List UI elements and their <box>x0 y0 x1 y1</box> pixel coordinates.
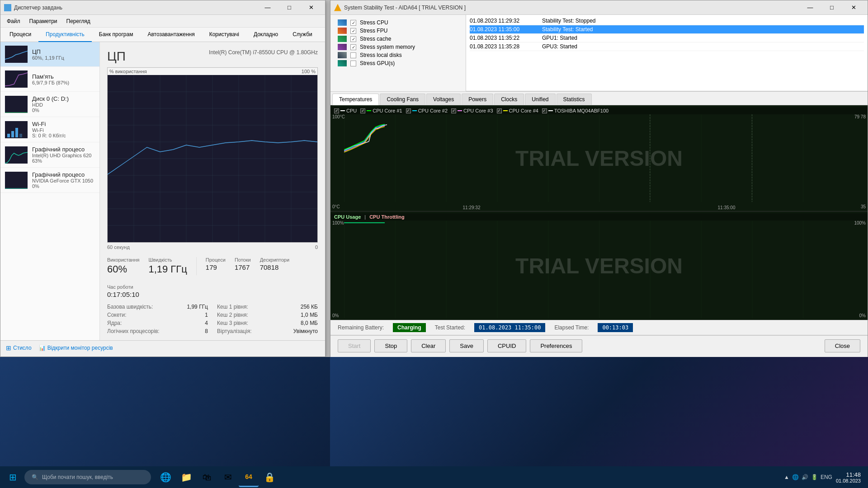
stress-gpu-checkbox[interactable] <box>350 61 356 66</box>
tab-startup[interactable]: Автозавантаження <box>140 28 202 42</box>
log-row-0[interactable]: 01.08.2023 11:29:32 Stability Test: Stop… <box>470 17 864 25</box>
sidebar-item-disk[interactable]: Диск 0 (C: D:) HDD 0% <box>0 92 99 117</box>
stat-uptime-value: 0:17:05:10 <box>107 291 139 298</box>
taskmanager-tabs: Процеси Продуктивність Банк програм Авто… <box>0 28 325 42</box>
legend-core4-checkbox[interactable] <box>497 108 502 113</box>
open-monitor-button[interactable]: 📊 Відкрити монітор ресурсів <box>39 345 113 351</box>
detail-sockets-val: 1 <box>205 312 208 318</box>
taskbar-app-edge[interactable]: 🌐 <box>156 467 175 487</box>
log-date-2: 01.08.2023 11:35:22 <box>470 35 542 41</box>
sidebar-item-memory[interactable]: Пам'ять 6,9/7,9 ГБ (87%) <box>0 67 99 92</box>
log-row-2[interactable]: 01.08.2023 11:35:22 GPU1: Started <box>470 34 864 42</box>
tab-details[interactable]: Докладно <box>246 28 285 42</box>
aida-close-button[interactable]: ✕ <box>843 1 864 14</box>
taskbar-app-store[interactable]: 🛍 <box>197 467 217 487</box>
legend-core2-checkbox[interactable] <box>406 108 411 113</box>
sidebar-thumb-memory <box>5 70 28 88</box>
legend-core3-checkbox[interactable] <box>451 108 456 113</box>
taskbar-app-mail[interactable]: ✉ <box>218 467 238 487</box>
stat-processes-label: Процеси <box>206 257 226 263</box>
save-button[interactable]: Save <box>449 339 484 352</box>
svg-rect-9 <box>5 172 28 189</box>
stress-cpu-checkbox[interactable] <box>350 20 356 26</box>
tab-apphistory[interactable]: Банк програм <box>92 28 141 42</box>
taskbar-app-unknown[interactable]: 🔒 <box>259 467 279 487</box>
stress-fpu-row: Stress FPU <box>338 27 458 35</box>
stat-usage-value: 60% <box>107 263 139 275</box>
log-row-1[interactable]: 01.08.2023 11:35:00 Stability Test: Star… <box>470 25 864 34</box>
log-date-0: 01.08.2023 11:29:32 <box>470 18 542 24</box>
legend-core1-checkbox[interactable] <box>360 108 365 113</box>
taskbar-search[interactable]: 🔍 Щоби почати пошук, введіть <box>24 470 151 484</box>
menu-view[interactable]: Перегляд <box>62 16 95 26</box>
sidebar-item-cpu[interactable]: ЦП 60%, 1,19 ГГц <box>0 42 99 67</box>
aida-tab-temperatures[interactable]: Temperatures <box>332 94 379 105</box>
aida-tab-voltages[interactable]: Voltages <box>426 94 461 105</box>
preferences-button[interactable]: Preferences <box>530 339 582 352</box>
usage-chart-separator: | <box>364 214 366 220</box>
taskmanager-close-button[interactable]: ✕ <box>301 1 321 14</box>
search-placeholder: Щоби почати пошук, введіть <box>42 474 113 480</box>
menu-params[interactable]: Параметри <box>25 16 62 26</box>
tab-services[interactable]: Служби <box>285 28 320 42</box>
taskbar-app-aida[interactable]: 64 <box>239 467 259 487</box>
aida-tab-coolingfans[interactable]: Cooling Fans <box>380 94 425 105</box>
taskmanager-window-controls: — □ ✕ <box>257 1 321 14</box>
tab-processes[interactable]: Процеси <box>2 28 38 42</box>
stress-gpu-icon <box>338 60 347 66</box>
detail-cache1: Кеш 1 рівня: 256 КБ <box>217 304 318 310</box>
start-button[interactable]: ⊞ <box>2 466 24 488</box>
stress-cpu-icon <box>338 19 347 26</box>
tab-performance[interactable]: Продуктивність <box>38 28 92 42</box>
stress-fpu-checkbox[interactable] <box>350 28 356 34</box>
legend-core1: CPU Core #1 <box>360 108 402 113</box>
close-button[interactable]: Close <box>825 339 860 352</box>
aida-maximize-button[interactable]: □ <box>821 1 842 14</box>
stress-mem-checkbox[interactable] <box>350 44 356 50</box>
compress-button[interactable]: ⊞ Стисло <box>6 344 32 352</box>
stress-cache-checkbox[interactable] <box>350 36 356 42</box>
detail-logical-key: Логічних процесорів: <box>107 328 160 334</box>
menu-file[interactable]: Файл <box>2 16 25 26</box>
sidebar-item-gpu1[interactable]: Графічний процесо Intel(R) UHD Graphics … <box>0 142 99 168</box>
aida-minimize-button[interactable]: — <box>800 1 821 14</box>
tray-date: 01.08.2023 <box>836 478 861 483</box>
stress-disk-row: Stress local disks <box>338 51 458 59</box>
stress-cache-icon <box>338 36 347 42</box>
stat-speed-label: Швидкість <box>148 257 187 263</box>
tray-time[interactable]: 11:48 01.08.2023 <box>836 471 861 483</box>
taskmanager-minimize-button[interactable]: — <box>257 1 278 14</box>
sidebar-gpu1-name: Графічний процесо <box>32 146 95 153</box>
taskbar-app-explorer[interactable]: 📁 <box>176 467 196 487</box>
sidebar-mem-name: Пам'ять <box>32 73 95 80</box>
test-started-val: 01.08.2023 11:35:00 <box>474 323 545 332</box>
cpu-graph <box>108 75 317 242</box>
aida-tab-statistics[interactable]: Statistics <box>557 94 592 105</box>
stress-fpu-label: Stress FPU <box>360 28 387 34</box>
temp-y-min: 0°C <box>332 204 345 209</box>
detail-cache3: Кеш 3 рівня: 8,0 МБ <box>217 320 318 326</box>
stop-button[interactable]: Stop <box>374 339 407 352</box>
aida-tab-unified[interactable]: Unified <box>525 94 555 105</box>
start-button[interactable]: Start <box>338 339 371 352</box>
taskmanager-maximize-button[interactable]: □ <box>279 1 300 14</box>
log-status-1: Stability Test: Started <box>542 26 864 33</box>
temp-chart-x-labels: 11:29:32 11:35:00 <box>344 205 854 210</box>
sidebar-info-cpu: ЦП 60%, 1,19 ГГц <box>32 48 95 61</box>
stat-descriptors-label: Дескриптори <box>260 257 289 263</box>
tab-users[interactable]: Користувачі <box>202 28 246 42</box>
sidebar-info-gpu2: Графічний процесо NVIDIA GeForce GTX 105… <box>32 171 95 189</box>
taskmanager-titlebar: Диспетчер завдань — □ ✕ <box>0 0 325 15</box>
stress-disk-checkbox[interactable] <box>350 52 356 58</box>
test-started-label: Test Started: <box>435 324 465 331</box>
clear-button[interactable]: Clear <box>411 339 446 352</box>
aida-tab-powers[interactable]: Powers <box>462 94 493 105</box>
legend-core1-color <box>367 110 371 111</box>
log-row-3[interactable]: 01.08.2023 11:35:28 GPU3: Started <box>470 42 864 51</box>
cpuid-button[interactable]: CPUID <box>487 339 526 352</box>
sidebar-item-gpu2[interactable]: Графічний процесо NVIDIA GeForce GTX 105… <box>0 168 99 193</box>
legend-toshiba-checkbox[interactable] <box>542 108 547 113</box>
taskbar: ⊞ 🔍 Щоби почати пошук, введіть 🌐 📁 🛍 ✉ 6… <box>0 466 868 488</box>
sidebar-item-wifi[interactable]: Wi-Fi Wi-Fi S: 0 R: 0 Кбіт/с <box>0 117 99 142</box>
aida-tab-clocks[interactable]: Clocks <box>494 94 524 105</box>
